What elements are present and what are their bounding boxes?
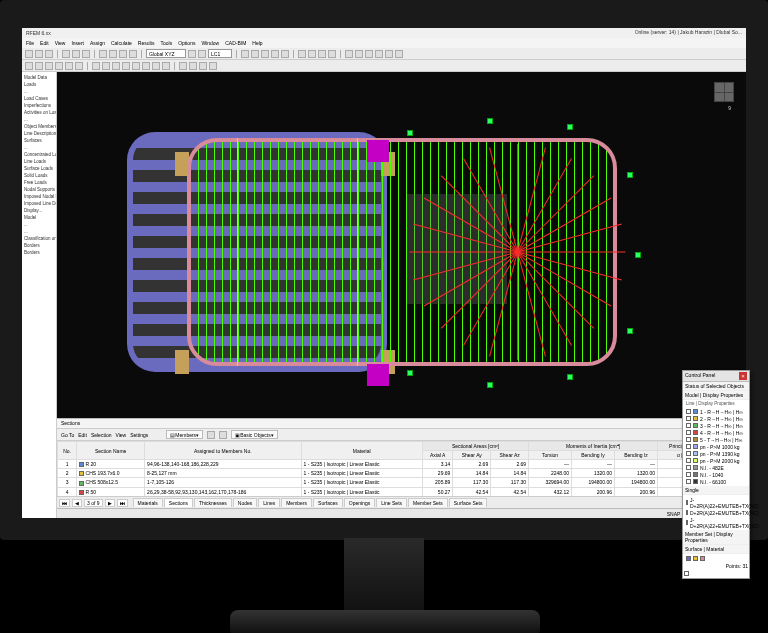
tool-icon[interactable] [395, 50, 403, 58]
tree-item[interactable]: Nodal Supports [24, 186, 54, 193]
tool-icon[interactable] [35, 62, 43, 70]
view-cube[interactable] [714, 82, 734, 102]
menu-results[interactable]: Results [138, 40, 155, 46]
tool-icon[interactable] [251, 50, 259, 58]
single-row[interactable]: J-D+2R(A)22+EMUTEB+TX(NC) [684, 496, 748, 509]
checkbox[interactable] [686, 510, 688, 515]
tool-icon[interactable] [75, 62, 83, 70]
tool-icon[interactable] [25, 62, 33, 70]
menu-calculate[interactable]: Calculate [111, 40, 132, 46]
legend-row[interactable]: pn - P>M 1000 kg [684, 443, 748, 450]
tool-icon[interactable] [102, 62, 110, 70]
status-snap[interactable]: SNAP [667, 511, 681, 517]
tool-icon[interactable] [385, 50, 393, 58]
checkbox[interactable] [686, 500, 688, 505]
tool-icon[interactable] [271, 50, 279, 58]
col-iy[interactable]: Bending Iy [572, 451, 615, 460]
tool-icon[interactable] [112, 62, 120, 70]
cp-sect-status[interactable]: Status of Selected Objects [683, 382, 749, 391]
tool-icon[interactable] [162, 62, 170, 70]
checkbox[interactable] [686, 472, 691, 477]
tool-icon[interactable] [328, 50, 336, 58]
tree-item[interactable]: Concentrated Loads [24, 151, 54, 158]
tab-nodes[interactable]: Nodes [233, 498, 257, 507]
tool-icon[interactable] [298, 50, 306, 58]
structural-model[interactable] [127, 112, 637, 392]
menu-tools[interactable]: Tools [161, 40, 173, 46]
tree-item[interactable]: Classification on Co... [24, 235, 54, 242]
tab-surface-sets[interactable]: Surface Sets [449, 498, 488, 507]
tool-icon[interactable] [188, 50, 196, 58]
checkbox[interactable] [686, 451, 691, 456]
pager-last-icon[interactable]: ⏭ [117, 499, 128, 507]
checkbox[interactable] [686, 437, 691, 442]
tool-redo-icon[interactable] [82, 50, 90, 58]
tree-item[interactable]: Surfaces [24, 137, 54, 144]
tool-icon[interactable] [132, 62, 140, 70]
col-iz[interactable]: Bending Iz [615, 451, 658, 460]
tree-item[interactable]: Imposed Line Deformations [24, 200, 54, 207]
tool-icon[interactable] [179, 62, 187, 70]
tool-icon[interactable] [209, 62, 217, 70]
tree-item[interactable]: Load Cases [24, 95, 54, 102]
col-material[interactable]: Material [301, 442, 422, 460]
tree-item[interactable]: Line Descriptions [24, 130, 54, 137]
tool-icon[interactable] [65, 62, 73, 70]
table-row[interactable]: 4 R 5026,29,38-58,92,93,130,143,162,170,… [58, 487, 746, 496]
tree-item[interactable]: Activities on Load... [24, 109, 54, 116]
legend-row[interactable]: 4 - R→H→H∞ | H∞ [684, 429, 748, 436]
tree-item[interactable]: Object Members [24, 123, 54, 130]
tool-icon[interactable] [189, 62, 197, 70]
close-icon[interactable]: × [739, 372, 747, 380]
coord-system-dropdown[interactable]: Global XYZ [146, 49, 186, 58]
tab-thicknesses[interactable]: Thicknesses [194, 498, 232, 507]
tree-item[interactable]: ... [24, 88, 54, 95]
tree-item[interactable]: Borders [24, 249, 54, 256]
tool-icon[interactable] [308, 50, 316, 58]
main-menu[interactable]: File Edit View Insert Assign Calculate R… [22, 38, 746, 48]
3d-viewport[interactable]: 9 [57, 72, 746, 418]
tool-icon[interactable] [92, 62, 100, 70]
tree-item[interactable]: ... [24, 116, 54, 123]
checkbox[interactable] [686, 430, 691, 435]
tree-item[interactable]: Imposed Nodal Deformations [24, 193, 54, 200]
checkbox[interactable] [684, 571, 689, 576]
tab-sections[interactable]: Sections [164, 498, 193, 507]
legend-row[interactable]: N.I. - 482E [684, 464, 748, 471]
tree-item[interactable]: Imperfections [24, 102, 54, 109]
legend-row[interactable]: pn - P>M 2000 kg [684, 457, 748, 464]
tool-icon[interactable] [207, 431, 215, 439]
navigator-tree[interactable]: Model Data Loads ... Load Cases Imperfec… [22, 72, 57, 518]
pager-prev-icon[interactable]: ◀ [72, 499, 82, 507]
sections-table[interactable]: No. Section Name Assigned to Members No.… [57, 440, 746, 496]
menu-cad-bim[interactable]: CAD-BIM [225, 40, 246, 46]
tool-icon[interactable] [142, 62, 150, 70]
control-panel[interactable]: Control Panel × Status of Selected Objec… [682, 370, 750, 579]
tool-icon[interactable] [119, 50, 127, 58]
tool-icon[interactable] [122, 62, 130, 70]
pager-first-icon[interactable]: ⏮ [59, 499, 70, 507]
menu-view[interactable]: View [55, 40, 66, 46]
tool-icon[interactable] [129, 50, 137, 58]
tree-item[interactable]: Model [24, 214, 54, 221]
tool-undo-icon[interactable] [72, 50, 80, 58]
col-torsion[interactable]: Torsion [529, 451, 572, 460]
tool-icon[interactable] [109, 50, 117, 58]
table-row[interactable]: 1 R 2094,96-138,140-168,186,228,2291 - S… [58, 460, 746, 469]
tree-item[interactable]: Line Loads [24, 158, 54, 165]
col-az[interactable]: Shear Az [491, 451, 529, 460]
menu-assign[interactable]: Assign [90, 40, 105, 46]
tab-materials[interactable]: Materials [133, 498, 163, 507]
legend-row[interactable]: 5 - T→H→H∞ | H∞ [684, 436, 748, 443]
tree-item[interactable]: ... [24, 144, 54, 151]
tool-new-icon[interactable] [25, 50, 33, 58]
single-row[interactable]: J-D+2R(A)22+EMUTEB+TX(NC) [684, 516, 748, 529]
legend-row[interactable]: pn - P>M 1390 kg [684, 450, 748, 457]
pager-next-icon[interactable]: ▶ [105, 499, 115, 507]
tool-icon[interactable] [99, 50, 107, 58]
tree-item[interactable]: Borders [24, 242, 54, 249]
tree-item[interactable]: Model Data [24, 74, 54, 81]
tool-icon[interactable] [198, 50, 206, 58]
tool-icon[interactable] [55, 62, 63, 70]
cp-sect-surface[interactable]: Surface | Material [683, 545, 749, 554]
